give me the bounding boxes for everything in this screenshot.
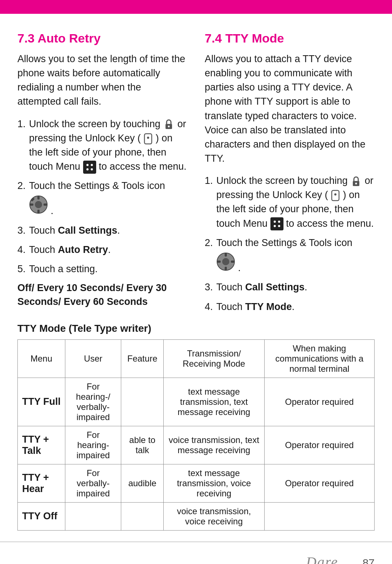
tty-full-when: Operator required: [264, 378, 374, 426]
tty-off-when: [264, 502, 374, 530]
tty-table-body: TTY Full For hearing-/verbally-impaired …: [18, 378, 375, 530]
table-row-tty-hear: TTY +Hear For verbally-impaired audible …: [18, 464, 375, 502]
top-bar: [0, 0, 392, 14]
call-settings-label-right: Call Settings: [245, 282, 305, 293]
page-number: 87: [363, 557, 375, 564]
step-3-content: Touch Call Settings.: [29, 223, 187, 238]
step-num-1: 1.: [17, 117, 29, 131]
step-num-3: 3.: [17, 223, 29, 238]
svg-rect-28: [225, 267, 227, 270]
svg-point-21: [274, 221, 276, 223]
step-1-content: Unlock the screen by touching or pressin…: [29, 117, 187, 174]
dare-logo: Dare: [306, 553, 350, 564]
subsection-options: Off/ Every 10 Seconds/ Every 30 Seconds/…: [17, 281, 187, 309]
table-row-tty-full: TTY Full For hearing-/verbally-impaired …: [18, 378, 375, 426]
lock-icon-2: [350, 176, 362, 187]
lock-icon-1: [163, 118, 175, 130]
left-step-3: 3. Touch Call Settings.: [17, 223, 187, 238]
col-transmission: Transmission/Receiving Mode: [163, 339, 264, 378]
svg-point-1: [168, 126, 170, 128]
svg-point-8: [91, 168, 93, 170]
tty-talk-user: For hearing-impaired: [65, 426, 121, 464]
right-step-2-content: Touch the Settings & Tools icon: [216, 236, 352, 250]
tty-full-feature: [121, 378, 164, 426]
col-menu: Menu: [18, 339, 65, 378]
right-step-num-2: 2.: [205, 236, 216, 250]
table-row-tty-talk: TTY +Talk For hearing-impaired able to t…: [18, 426, 375, 464]
step-2-content: Touch the Settings & Tools icon: [29, 179, 165, 193]
settings-icon-2: [216, 252, 235, 271]
tty-hear-menu: TTY +Hear: [18, 464, 65, 502]
tty-talk-transmission: voice transmission, text message receivi…: [163, 426, 264, 464]
left-step-5: 5. Touch a setting.: [17, 262, 187, 276]
tty-mode-section: TTY Mode (Tele Type writer) Menu User Fe…: [0, 323, 392, 531]
right-steps-list: 1. Unlock the screen by touching or pres…: [205, 174, 375, 314]
step-5-content: Touch a setting.: [29, 262, 187, 276]
svg-rect-4: [83, 161, 96, 174]
step-num-2: 2.: [17, 179, 29, 193]
right-step-num-1: 1.: [205, 174, 216, 188]
call-settings-label-left: Call Settings: [58, 225, 118, 236]
table-row-tty-off: TTY Off voice transmission, voice receiv…: [18, 502, 375, 530]
svg-rect-27: [225, 253, 227, 257]
tty-off-transmission: voice transmission, voice receiving: [163, 502, 264, 530]
right-section-intro: Allows you to attach a TTY device enabli…: [205, 52, 375, 166]
tty-hear-transmission: text message transmission, voice receivi…: [163, 464, 264, 502]
right-step-1: 1. Unlock the screen by touching or pres…: [205, 174, 375, 231]
right-step-3-content: Touch Call Settings.: [216, 280, 375, 294]
tty-hear-user: For verbally-impaired: [65, 464, 121, 502]
right-step-3: 3. Touch Call Settings.: [205, 280, 375, 294]
right-step-num-3: 3.: [205, 280, 216, 294]
svg-point-17: [355, 183, 357, 185]
tty-mode-header: TTY Mode (Tele Type writer): [17, 323, 375, 334]
step-num-4: 4.: [17, 243, 29, 257]
left-steps-list: 1. Unlock the screen by touching or pres…: [17, 117, 187, 277]
svg-point-10: [35, 201, 42, 208]
tty-table-header: Menu User Feature Transmission/Receiving…: [18, 339, 375, 378]
svg-point-22: [278, 221, 280, 223]
settings-dot-2: .: [238, 262, 241, 273]
menu-icon-2: [270, 217, 283, 230]
settings-icon-1: [29, 195, 48, 214]
svg-point-5: [86, 164, 89, 166]
right-step-4-content: Touch TTY Mode.: [216, 300, 375, 314]
svg-point-19: [334, 193, 336, 196]
tty-full-transmission: text message transmission, text message …: [163, 378, 264, 426]
footer-logo: Dare 87: [306, 553, 375, 564]
tty-mode-label: TTY Mode: [245, 301, 292, 312]
col-user: User: [65, 339, 121, 378]
svg-point-3: [147, 137, 149, 139]
left-column: 7.3 Auto Retry Allows you to set the len…: [17, 31, 187, 319]
step-4-content: Touch Auto Retry.: [29, 243, 187, 257]
left-step-2: 2. Touch the Settings & Tools icon: [17, 179, 187, 218]
key-icon-2: [331, 190, 340, 201]
tty-talk-menu: TTY +Talk: [18, 426, 65, 464]
svg-point-24: [278, 225, 280, 227]
tty-off-feature: [121, 502, 164, 530]
svg-rect-20: [270, 217, 283, 230]
left-step-4: 4. Touch Auto Retry.: [17, 243, 187, 257]
step-num-5: 5.: [17, 262, 29, 276]
svg-point-6: [91, 164, 93, 166]
right-step-1-content: Unlock the screen by touching or pressin…: [216, 174, 375, 231]
svg-rect-12: [37, 210, 40, 213]
right-step-num-4: 4.: [205, 300, 216, 314]
tty-off-user: [65, 502, 121, 530]
settings-dot-1: .: [51, 205, 54, 216]
col-feature: Feature: [121, 339, 164, 378]
tty-talk-when: Operator required: [264, 426, 374, 464]
svg-text:Dare: Dare: [306, 554, 338, 564]
footer: Dare 87: [0, 541, 392, 564]
right-column: 7.4 TTY Mode Allows you to attach a TTY …: [205, 31, 375, 319]
tty-off-menu: TTY Off: [18, 502, 65, 530]
left-section-intro: Allows you to set the length of time the…: [17, 52, 187, 109]
col-when-making: When making communications with a normal…: [264, 339, 374, 378]
tty-full-menu: TTY Full: [18, 378, 65, 426]
right-step-4: 4. Touch TTY Mode.: [205, 300, 375, 314]
tty-full-user: For hearing-/verbally-impaired: [65, 378, 121, 426]
tty-hear-feature: audible: [121, 464, 164, 502]
key-icon-1: [143, 133, 153, 145]
tty-header-row: Menu User Feature Transmission/Receiving…: [18, 339, 375, 378]
left-section-title: 7.3 Auto Retry: [17, 31, 187, 45]
left-step-1: 1. Unlock the screen by touching or pres…: [17, 117, 187, 174]
